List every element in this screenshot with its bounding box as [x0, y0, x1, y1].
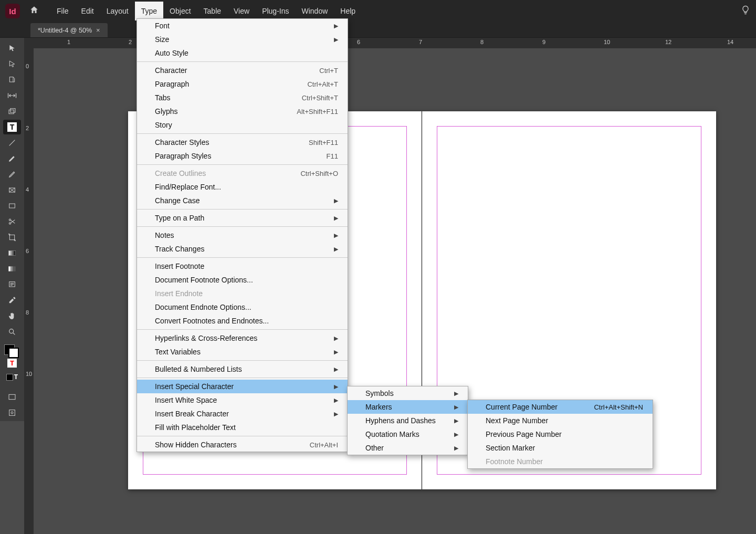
menuitem-paragraph-styles[interactable]: Paragraph StylesF11: [137, 149, 348, 163]
tips-icon[interactable]: [740, 5, 751, 18]
menuitem-insert-white-space[interactable]: Insert White Space▶: [137, 393, 348, 407]
menu-plug-ins[interactable]: Plug-Ins: [256, 2, 295, 20]
menuitem-insert-break-character[interactable]: Insert Break Character▶: [137, 407, 348, 421]
menuitem-symbols[interactable]: Symbols▶: [348, 386, 468, 400]
menuitem-label: Notes: [155, 231, 174, 239]
menuitem-document-endnote-options-[interactable]: Document Endnote Options...: [137, 300, 348, 314]
menuitem-track-changes[interactable]: Track Changes▶: [137, 242, 348, 256]
ruler-tick: 2: [129, 39, 132, 45]
menuitem-paragraph[interactable]: ParagraphCtrl+Alt+T: [137, 77, 348, 91]
menu-help[interactable]: Help: [334, 2, 362, 20]
eyedropper-tool[interactable]: [3, 293, 21, 308]
submenu-arrow-icon: ▶: [444, 417, 458, 424]
formatting-affects-text[interactable]: T: [3, 357, 21, 369]
menuitem-insert-special-character[interactable]: Insert Special Character▶: [137, 380, 348, 393]
hand-tool[interactable]: [3, 309, 21, 323]
menuitem-previous-page-number[interactable]: Previous Page Number: [468, 427, 653, 441]
svg-rect-16: [9, 410, 15, 416]
line-tool[interactable]: [3, 135, 21, 150]
content-collector-tool[interactable]: [3, 104, 21, 119]
fill-stroke-swap[interactable]: [3, 344, 21, 356]
ruler-tick: 10: [26, 371, 32, 377]
menu-edit[interactable]: Edit: [75, 2, 100, 20]
menuitem-hyphens-and-dashes[interactable]: Hyphens and Dashes▶: [348, 414, 468, 427]
markers-submenu: Current Page NumberCtrl+Alt+Shift+NNext …: [467, 400, 653, 469]
menuitem-insert-footnote[interactable]: Insert Footnote: [137, 259, 348, 273]
submenu-arrow-icon: ▶: [323, 335, 338, 342]
menuitem-label: Type on a Path: [155, 214, 204, 222]
note-tool[interactable]: [3, 277, 21, 292]
menuitem-notes[interactable]: Notes▶: [137, 228, 348, 242]
menu-layout[interactable]: Layout: [100, 2, 135, 20]
menuitem-text-variables[interactable]: Text Variables▶: [137, 345, 348, 359]
menuitem-auto-style[interactable]: Auto Style: [137, 46, 348, 60]
svg-rect-8: [8, 250, 15, 255]
menuitem-show-hidden-characters[interactable]: Show Hidden CharactersCtrl+Alt+I: [137, 438, 348, 452]
screen-mode[interactable]: [3, 390, 21, 404]
menu-table[interactable]: Table: [197, 2, 227, 20]
scissors-tool[interactable]: [3, 214, 21, 229]
menuitem-type-on-a-path[interactable]: Type on a Path▶: [137, 211, 348, 225]
menuitem-hyperlinks-cross-references[interactable]: Hyperlinks & Cross-References▶: [137, 331, 348, 345]
submenu-arrow-icon: ▶: [323, 397, 338, 404]
menuitem-current-page-number[interactable]: Current Page NumberCtrl+Alt+Shift+N: [468, 400, 653, 414]
home-icon[interactable]: [29, 5, 39, 17]
gap-tool[interactable]: [3, 88, 21, 103]
apply-color[interactable]: T: [3, 370, 21, 384]
direct-selection-tool[interactable]: [3, 57, 21, 71]
menuitem-fill-with-placeholder-text[interactable]: Fill with Placeholder Text: [137, 421, 348, 434]
tool-panel: T T T: [0, 38, 24, 421]
submenu-arrow-icon: ▶: [444, 445, 458, 452]
menuitem-character-styles[interactable]: Character StylesShift+F11: [137, 135, 348, 149]
menuitem-label: Tabs: [155, 93, 171, 102]
menuitem-other[interactable]: Other▶: [348, 441, 468, 455]
menuitem-font[interactable]: Font▶: [137, 19, 348, 33]
menuitem-label: Hyphens and Dashes: [365, 416, 436, 425]
menuitem-label: Text Variables: [155, 348, 201, 356]
menuitem-label: Document Endnote Options...: [155, 303, 251, 311]
menu-view[interactable]: View: [227, 2, 256, 20]
menuitem-quotation-marks[interactable]: Quotation Marks▶: [348, 427, 468, 441]
close-icon[interactable]: ×: [96, 26, 100, 34]
ruler-tick: 7: [419, 39, 422, 45]
shortcut-label: Alt+Shift+F11: [297, 108, 338, 116]
zoom-tool[interactable]: [3, 324, 21, 339]
view-options[interactable]: [3, 405, 21, 420]
menuitem-character[interactable]: CharacterCtrl+T: [137, 64, 348, 77]
submenu-arrow-icon: ▶: [323, 36, 338, 43]
pencil-tool[interactable]: [3, 167, 21, 182]
rectangle-frame-tool[interactable]: [3, 183, 21, 197]
menu-window[interactable]: Window: [295, 2, 334, 20]
type-tool[interactable]: T: [3, 120, 21, 134]
menuitem-markers[interactable]: Markers▶: [348, 400, 468, 414]
pen-tool[interactable]: [3, 151, 21, 166]
menuitem-section-marker[interactable]: Section Marker: [468, 441, 653, 455]
menuitem-size[interactable]: Size▶: [137, 33, 348, 46]
menu-type[interactable]: Type: [135, 2, 163, 20]
svg-rect-4: [9, 204, 15, 208]
menuitem-label: Size: [155, 35, 169, 44]
menu-file[interactable]: File: [50, 2, 75, 20]
rectangle-tool[interactable]: [3, 198, 21, 213]
menuitem-next-page-number[interactable]: Next Page Number: [468, 414, 653, 427]
gradient-swatch-tool[interactable]: [3, 246, 21, 260]
menuitem-change-case[interactable]: Change Case▶: [137, 194, 348, 207]
menuitem-convert-footnotes-and-endnotes-[interactable]: Convert Footnotes and Endnotes...: [137, 314, 348, 328]
menuitem-story[interactable]: Story: [137, 118, 348, 132]
menuitem-find-replace-font-[interactable]: Find/Replace Font...: [137, 180, 348, 194]
document-tab[interactable]: *Untitled-4 @ 50% ×: [30, 23, 108, 37]
menu-object[interactable]: Object: [163, 2, 197, 20]
selection-tool[interactable]: [3, 41, 21, 56]
gradient-feather-tool[interactable]: [3, 261, 21, 276]
menuitem-document-footnote-options-[interactable]: Document Footnote Options...: [137, 273, 348, 287]
free-transform-tool[interactable]: [3, 230, 21, 245]
ruler-tick: 8: [26, 309, 29, 316]
menuitem-bulleted-numbered-lists[interactable]: Bulleted & Numbered Lists▶: [137, 362, 348, 376]
menuitem-create-outlines: Create OutlinesCtrl+Shift+O: [137, 166, 348, 180]
menuitem-label: Symbols: [365, 389, 394, 397]
menuitem-tabs[interactable]: TabsCtrl+Shift+T: [137, 91, 348, 104]
menuitem-label: Find/Replace Font...: [155, 183, 221, 191]
menuitem-glyphs[interactable]: GlyphsAlt+Shift+F11: [137, 104, 348, 118]
page-tool[interactable]: [3, 72, 21, 87]
menuitem-label: Bulleted & Numbered Lists: [155, 365, 242, 373]
